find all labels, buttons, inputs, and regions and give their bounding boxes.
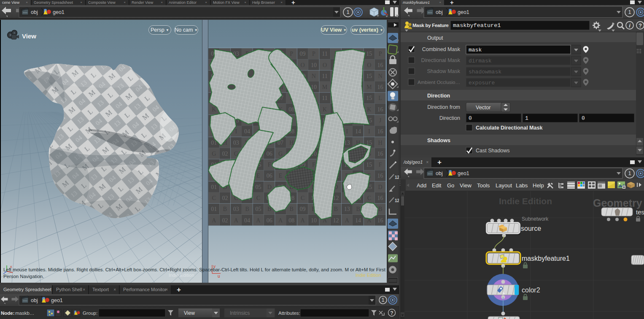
svg-text:Tools: Tools [477, 182, 490, 189]
svg-text:geo1: geo1 [458, 170, 469, 176]
svg-text:08: 08 [288, 217, 294, 224]
svg-text:F: F [268, 162, 271, 168]
svg-text:A: A [278, 217, 283, 224]
svg-text:03: 03 [233, 140, 239, 146]
svg-text:I: I [346, 128, 348, 135]
svg-text:source: source [521, 225, 541, 232]
svg-text:1: 1 [628, 170, 631, 176]
svg-text:maskbyfeature1: maskbyfeature1 [522, 255, 570, 262]
svg-text:Node:: Node: [1, 311, 15, 316]
svg-text:Attributes:: Attributes: [278, 311, 300, 316]
svg-text:Help: Help [533, 182, 544, 189]
svg-text:O: O [323, 62, 327, 68]
svg-text:04: 04 [244, 128, 250, 135]
svg-text:16: 16 [377, 62, 383, 68]
svg-text:Labs: Labs [516, 182, 528, 189]
svg-text:Shadows: Shadows [427, 138, 450, 143]
svg-text:1: 1 [346, 9, 349, 15]
svg-text:H: H [289, 140, 294, 146]
svg-text:09: 09 [300, 51, 306, 57]
svg-text:01: 01 [211, 206, 217, 212]
svg-text:0: 0 [469, 115, 472, 122]
svg-text:01: 01 [211, 184, 217, 190]
svg-text:09: 09 [300, 206, 306, 212]
svg-text:16: 16 [377, 151, 383, 157]
svg-text:15: 15 [366, 162, 372, 168]
svg-text:K: K [212, 106, 216, 113]
svg-text:12: 12 [333, 217, 339, 224]
svg-text:1: 1 [525, 115, 528, 122]
svg-text:11: 11 [322, 51, 327, 57]
svg-text:Indie Edition: Indie Edition [499, 196, 552, 206]
svg-text:C: C [256, 195, 260, 201]
svg-text:Geometry: Geometry [593, 197, 642, 209]
svg-text:A: A [212, 217, 216, 224]
svg-text:O: O [301, 62, 305, 68]
svg-text:16: 16 [377, 195, 383, 201]
svg-text:G: G [212, 151, 216, 157]
svg-text:J: J [379, 117, 382, 124]
svg-text:10: 10 [311, 217, 317, 224]
svg-text:M: M [322, 84, 328, 90]
svg-text:Direction: Direction [439, 115, 460, 121]
svg-text:Cast Shadows: Cast Shadows [476, 148, 510, 154]
svg-text:02: 02 [222, 195, 228, 201]
svg-text:obj: obj [31, 9, 38, 15]
svg-text:M: M [366, 84, 372, 90]
svg-text:B: B [378, 206, 382, 212]
svg-text:I: I [368, 128, 370, 135]
svg-text:obj: obj [436, 9, 443, 15]
svg-text:Shadow Mask: Shadow Mask [427, 68, 460, 74]
svg-text:16: 16 [377, 173, 383, 179]
svg-text:?: ? [390, 310, 393, 316]
svg-text:P: P [312, 51, 315, 57]
svg-text:14: 14 [355, 128, 361, 135]
svg-text:Combined Mask: Combined Mask [422, 46, 461, 52]
svg-text:Go: Go [447, 182, 454, 189]
svg-text:12: 12 [395, 198, 399, 203]
svg-text:03: 03 [233, 206, 239, 212]
svg-text:0: 0 [582, 115, 585, 122]
svg-text:geo1: geo1 [51, 297, 63, 303]
svg-text:Add: Add [417, 182, 426, 189]
svg-text:06: 06 [267, 151, 272, 157]
svg-text:mask: mask [469, 47, 482, 53]
svg-text:?: ? [639, 22, 642, 29]
svg-text:16: 16 [377, 84, 383, 90]
svg-text:E: E [256, 173, 260, 179]
svg-text:13: 13 [344, 206, 350, 212]
svg-text:C: C [301, 195, 304, 201]
svg-text:14: 14 [355, 217, 361, 224]
svg-text:Directional Mask: Directional Mask [421, 57, 461, 63]
svg-text:View: View [22, 32, 36, 40]
svg-text:H: H [378, 140, 383, 146]
svg-text:i: i [629, 22, 631, 29]
svg-text:N: N [378, 73, 383, 79]
svg-text:geo1: geo1 [458, 9, 469, 15]
svg-text:C: C [212, 195, 216, 201]
svg-text:04: 04 [244, 217, 250, 224]
svg-text:D: D [267, 184, 272, 190]
svg-text:View: View [460, 182, 472, 189]
svg-text:C: C [367, 195, 371, 201]
svg-text:exposure: exposure [469, 80, 495, 86]
svg-text:15: 15 [366, 95, 372, 101]
svg-text:G: G [278, 151, 283, 157]
svg-text:Layout: Layout [496, 182, 512, 189]
svg-text:Output: Output [427, 35, 443, 41]
svg-text:color2: color2 [522, 287, 540, 294]
svg-text:Group:: Group: [83, 311, 97, 316]
svg-text:P: P [290, 51, 293, 57]
svg-text:A: A [345, 217, 350, 224]
svg-text:dirmask: dirmask [469, 58, 492, 64]
svg-text:K: K [367, 106, 371, 113]
svg-text:B: B [245, 206, 249, 212]
svg-text:B: B [290, 206, 294, 212]
svg-text:Edit: Edit [432, 182, 442, 189]
svg-text:1: 1 [628, 9, 631, 15]
svg-text:I: I [235, 128, 237, 135]
svg-text:A: A [301, 217, 305, 224]
svg-text:02: 02 [222, 217, 228, 224]
svg-text:A: A [234, 217, 239, 224]
svg-text:F: F [379, 162, 382, 168]
